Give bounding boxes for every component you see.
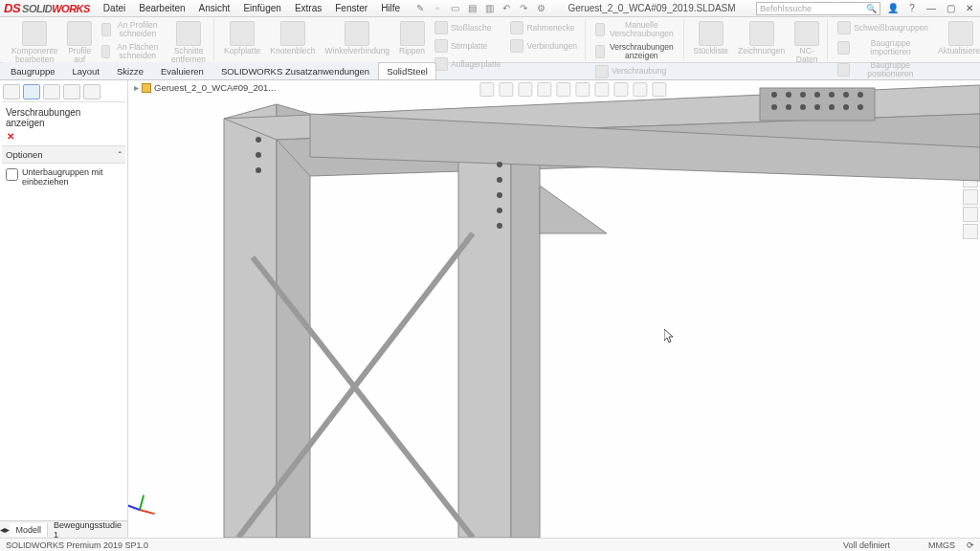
ribbon-frame-corner[interactable]: Rahmenecke <box>508 19 578 36</box>
menu-file[interactable]: Datei <box>98 1 131 15</box>
ribbon-nc[interactable]: NC-Daten <box>792 19 821 66</box>
viewport[interactable]: ▸ Geruest_2_0_WCA#09_201... ✖ <box>128 80 980 538</box>
menu-edit[interactable]: Bearbeiten <box>133 1 190 15</box>
qat-redo-icon[interactable]: ↷ <box>517 2 530 15</box>
pm-opt-subgroups-checkbox[interactable] <box>6 168 18 181</box>
ribbon-gusset[interactable]: Knotenblech <box>268 19 317 57</box>
fm-tab-display[interactable] <box>63 84 80 99</box>
fm-tab-config[interactable] <box>43 84 60 99</box>
tab-solidsteel[interactable]: SolidSteel <box>378 62 436 79</box>
qat-pin-icon[interactable]: ✎ <box>413 2 427 15</box>
app-logo: DS SOLIDWORKS <box>4 1 90 15</box>
qat-save-icon[interactable]: ▤ <box>465 2 479 15</box>
ribbon-gusset-label: Knotenblech <box>270 47 315 55</box>
close-button[interactable]: ✕ <box>963 2 976 15</box>
fm-tab-dim[interactable] <box>83 84 100 99</box>
user-icon[interactable]: 👤 <box>886 2 900 15</box>
model-view[interactable] <box>128 80 980 538</box>
minimize-button[interactable]: — <box>924 2 938 15</box>
ribbon-show-screw-label: Verschraubungen anzeigen <box>608 43 675 60</box>
bottom-tab-model[interactable]: Modell <box>10 523 48 537</box>
ribbon-bom-label: Stückliste <box>694 47 728 55</box>
qat-options-icon[interactable]: ⚙ <box>534 2 547 15</box>
ribbon-screwing[interactable]: Verschraubung <box>593 63 678 80</box>
menu-window[interactable]: Fenster <box>329 1 373 15</box>
svg-point-22 <box>814 92 820 98</box>
svg-point-31 <box>843 104 849 110</box>
ribbon: Komponente bearbeiten Profile auf Linien… <box>0 17 980 63</box>
search-icon: 🔍 <box>866 4 877 13</box>
ribbon-butt-strap[interactable]: Stoßlasche <box>433 19 502 36</box>
ribbon-head-plate[interactable]: Kopfplatte <box>222 19 262 57</box>
ribbon-man-screw[interactable]: Manuelle Verschraubungen <box>593 19 678 40</box>
bottom-tabs: ◂ ▸ Modell Bewegungsstudie 1 <box>0 520 128 538</box>
title-bar: DS SOLIDWORKS Datei Bearbeiten Ansicht E… <box>0 0 980 17</box>
svg-point-29 <box>814 104 820 110</box>
ribbon-position-groups-label: Baugruppe positionieren <box>853 61 929 78</box>
maximize-button[interactable]: ▢ <box>944 2 957 15</box>
tab-layout[interactable]: Layout <box>63 62 108 79</box>
ribbon-edit-component[interactable]: Komponente bearbeiten <box>10 19 59 66</box>
view-triad[interactable] <box>134 488 163 517</box>
ribbon-cover-plate-label: Auflagerplatte <box>451 60 501 69</box>
svg-point-18 <box>497 223 502 229</box>
tab-sketch[interactable]: Skizze <box>108 62 152 79</box>
tab-addins[interactable]: SOLIDWORKS Zusatzanwendungen <box>212 62 378 79</box>
ribbon-import-groups[interactable]: Baugruppe importieren <box>835 37 930 58</box>
fm-tab-property[interactable] <box>23 84 40 99</box>
ribbon-drawings-label: Zeichnungen <box>738 47 785 55</box>
ribbon-bom[interactable]: Stückliste <box>692 19 730 57</box>
ribbon-weld-groups[interactable]: Schweißbaugruppen <box>835 19 930 36</box>
pm-options-header-label: Optionen <box>6 149 43 160</box>
tab-assembly[interactable]: Baugruppe <box>2 62 63 79</box>
qat-open-icon[interactable]: ▭ <box>448 2 461 15</box>
ribbon-connections[interactable]: Verbindungen <box>508 37 578 55</box>
svg-point-27 <box>786 104 791 110</box>
pm-opt-subgroups[interactable]: Unterbaugruppen mit einbeziehen <box>2 164 125 190</box>
ribbon-angle-conn[interactable]: Winkelverbindung <box>323 19 392 57</box>
menu-extras[interactable]: Extras <box>289 1 327 15</box>
status-rebuild-icon[interactable]: ⟳ <box>967 540 974 550</box>
tab-evaluate[interactable]: Evaluieren <box>152 62 212 79</box>
ribbon-profile-cut[interactable]: An Profilen schneiden <box>100 19 164 40</box>
ribbon-head-plate-label: Kopfplatte <box>224 47 260 55</box>
window-controls: 👤 ? — ▢ ✕ <box>886 2 976 15</box>
ribbon-ribs[interactable]: Rippen <box>397 19 427 57</box>
ribbon-show-screw[interactable]: Verschraubungen anzeigen <box>593 41 678 62</box>
ribbon-cut-remove[interactable]: Schnitte entfernen <box>169 19 208 66</box>
status-units[interactable]: MMGS <box>928 540 955 550</box>
svg-point-25 <box>858 92 863 98</box>
fm-tab-tree[interactable] <box>3 84 20 99</box>
chevron-up-icon: ˆ <box>119 149 122 160</box>
qat-new-icon[interactable]: ▫ <box>431 2 444 15</box>
ribbon-drawings[interactable]: Zeichnungen <box>736 19 787 57</box>
svg-point-17 <box>497 208 502 213</box>
logo-works: WORKS <box>52 3 90 14</box>
ribbon-cover-plate[interactable]: Auflagerplatte <box>433 55 502 73</box>
pm-close-button[interactable]: ✕ <box>2 131 125 145</box>
ribbon-position-groups[interactable]: Baugruppe positionieren <box>835 59 930 80</box>
ribbon-ribs-label: Rippen <box>399 47 425 55</box>
ribbon-face-cut[interactable]: An Flächen schneiden <box>100 41 164 62</box>
ribbon-butt-strap-label: Stoßlasche <box>451 24 492 33</box>
help-icon[interactable]: ? <box>905 2 919 15</box>
qat-undo-icon[interactable]: ↶ <box>500 2 513 15</box>
menu-view[interactable]: Ansicht <box>193 1 236 15</box>
status-product: SOLIDWORKS Premium 2019 SP1.0 <box>6 540 148 550</box>
menu-insert[interactable]: Einfügen <box>237 1 286 15</box>
logo-solid: SOLID <box>22 3 52 14</box>
ribbon-update[interactable]: Aktualisieren <box>936 19 980 57</box>
ribbon-end-plate[interactable]: Stirnplatte <box>433 37 502 55</box>
svg-point-19 <box>771 92 777 98</box>
ribbon-weld-groups-label: Schweißbaugruppen <box>854 24 928 33</box>
ribbon-end-plate-label: Stirnplatte <box>451 42 487 51</box>
svg-point-30 <box>829 104 835 110</box>
pm-options-header[interactable]: Optionen ˆ <box>2 145 125 164</box>
logo-ds: DS <box>4 1 20 15</box>
command-search[interactable]: Befehlssuche 🔍 <box>756 2 880 15</box>
svg-point-28 <box>800 104 806 110</box>
menu-help[interactable]: Hilfe <box>375 1 406 15</box>
qat-print-icon[interactable]: ▥ <box>482 2 496 15</box>
status-bar: SOLIDWORKS Premium 2019 SP1.0 Voll defin… <box>0 538 980 551</box>
ribbon-profile-cut-label: An Profilen schneiden <box>114 21 163 38</box>
